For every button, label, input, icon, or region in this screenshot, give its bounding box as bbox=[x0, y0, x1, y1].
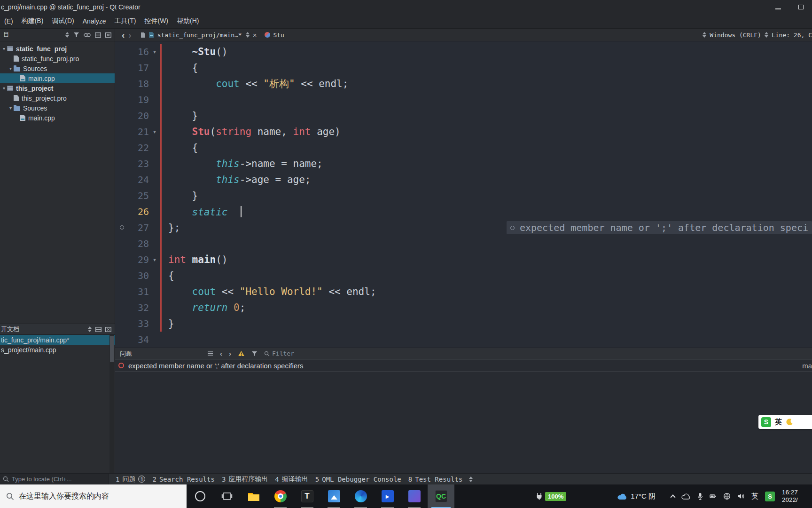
qt-creator-taskbar-icon[interactable]: QC bbox=[428, 484, 454, 508]
code-editor[interactable]: 16▾ ~Stu()17 {18 cout << "析构" << endl;19… bbox=[115, 41, 812, 348]
output-pane-button-2[interactable]: 2Search Results bbox=[152, 476, 214, 483]
back-icon[interactable]: ‹ bbox=[122, 31, 125, 40]
code-line-18[interactable]: 18 cout << "析构" << endl; bbox=[115, 76, 812, 92]
edge-icon[interactable] bbox=[347, 484, 374, 508]
power-tray-icon[interactable] bbox=[710, 493, 717, 500]
chrome-icon[interactable] bbox=[267, 484, 294, 508]
next-issue-icon[interactable]: › bbox=[229, 350, 231, 357]
document-dropdown-icon[interactable] bbox=[246, 32, 250, 38]
close-document-icon[interactable]: × bbox=[253, 31, 257, 39]
gutter[interactable]: 23 bbox=[115, 156, 160, 172]
expand-arrow-icon[interactable]: ▾ bbox=[8, 66, 14, 71]
code-line-32[interactable]: 32 return 0; bbox=[115, 300, 812, 316]
expand-arrow-icon[interactable]: ▾ bbox=[1, 46, 7, 51]
code-line-28[interactable]: 28 bbox=[115, 236, 812, 252]
menu-item-5[interactable]: 控件(W) bbox=[140, 14, 172, 28]
tree-item-static_func_proj.pro[interactable]: static_func_proj.pro bbox=[0, 54, 115, 64]
microphone-icon[interactable] bbox=[697, 492, 703, 500]
cursor-dropdown-icon[interactable] bbox=[765, 32, 768, 38]
expand-arrow-icon[interactable]: ▾ bbox=[1, 86, 7, 91]
code-line-31[interactable]: 31 cout << "Hello World!" << endl; bbox=[115, 284, 812, 300]
hidden-icons-chevron[interactable] bbox=[671, 493, 675, 499]
t-app-icon[interactable]: T bbox=[294, 484, 320, 508]
code-line-19[interactable]: 19 bbox=[115, 92, 812, 108]
gutter[interactable]: 19 bbox=[115, 92, 160, 108]
scrollbar[interactable] bbox=[109, 335, 114, 473]
output-pane-button-4[interactable]: 4编译输出 bbox=[275, 475, 308, 484]
open-file-tab[interactable]: static_func_proj/main…* bbox=[157, 32, 242, 39]
gutter[interactable]: 34 bbox=[115, 332, 160, 348]
code-line-33[interactable]: 33} bbox=[115, 316, 812, 332]
maximize-button[interactable] bbox=[789, 0, 812, 14]
gutter[interactable]: 27 bbox=[115, 220, 160, 236]
code-line-26[interactable]: 26 static bbox=[115, 204, 812, 220]
menu-item-0[interactable]: (E) bbox=[0, 14, 17, 28]
split-pane-icon[interactable] bbox=[95, 32, 101, 38]
sogou-logo-icon[interactable]: S bbox=[761, 417, 771, 427]
gutter[interactable]: 16▾ bbox=[115, 44, 160, 60]
code-line-16[interactable]: 16▾ ~Stu() bbox=[115, 44, 812, 60]
gutter[interactable]: 28 bbox=[115, 236, 160, 252]
tree-item-main.cpp[interactable]: main.cpp bbox=[0, 113, 115, 123]
code-line-25[interactable]: 25 } bbox=[115, 188, 812, 204]
vs-app-icon[interactable] bbox=[401, 484, 428, 508]
code-line-21[interactable]: 21▾ Stu(string name, int age) bbox=[115, 124, 812, 140]
warning-filter-icon[interactable] bbox=[238, 350, 245, 357]
clock[interactable]: 16:27 2022/ bbox=[782, 489, 812, 504]
gutter[interactable]: 18 bbox=[115, 76, 160, 92]
sogou-tray-icon[interactable]: S bbox=[765, 492, 775, 501]
menu-item-4[interactable]: 工具(T) bbox=[110, 14, 141, 28]
menu-item-6[interactable]: 帮助(H) bbox=[172, 14, 203, 28]
minimize-button[interactable] bbox=[767, 0, 789, 14]
gutter[interactable]: 33 bbox=[115, 316, 160, 332]
expand-arrow-icon[interactable]: ▾ bbox=[8, 105, 14, 111]
code-line-20[interactable]: 20 } bbox=[115, 108, 812, 124]
output-pane-button-5[interactable]: 5QML Debugger Console bbox=[315, 476, 401, 483]
tree-item-Sources[interactable]: ▾Sources bbox=[0, 64, 115, 73]
onedrive-icon[interactable] bbox=[681, 493, 691, 500]
locator-field[interactable]: Type to locate (Ctrl+... bbox=[0, 474, 109, 484]
code-line-30[interactable]: 30{ bbox=[115, 268, 812, 284]
output-pane-button-1[interactable]: 1问题1 bbox=[116, 475, 145, 484]
encoding-dropdown-icon[interactable] bbox=[703, 32, 706, 38]
gutter[interactable]: 17 bbox=[115, 60, 160, 76]
previous-issue-icon[interactable]: ‹ bbox=[220, 350, 222, 357]
panes-dropdown-icon[interactable] bbox=[469, 476, 473, 482]
code-line-23[interactable]: 23 this->name = name; bbox=[115, 156, 812, 172]
docs-pane-selector-icon[interactable] bbox=[88, 326, 92, 332]
gutter[interactable]: 31 bbox=[115, 284, 160, 300]
menu-item-1[interactable]: 构建(B) bbox=[17, 14, 48, 28]
cortana-icon[interactable] bbox=[187, 484, 213, 508]
code-line-17[interactable]: 17 { bbox=[115, 60, 812, 76]
close-pane-icon[interactable] bbox=[105, 32, 111, 38]
gutter[interactable]: 32 bbox=[115, 300, 160, 316]
gutter[interactable]: 26 bbox=[115, 204, 160, 220]
gutter[interactable]: 29▾ bbox=[115, 252, 160, 268]
docs-close-icon[interactable] bbox=[105, 327, 111, 332]
line-ending-indicator[interactable]: Windows (CRLF) bbox=[710, 32, 761, 39]
volume-icon[interactable] bbox=[737, 493, 745, 500]
input-language-indicator[interactable]: 英 bbox=[751, 492, 758, 501]
gutter[interactable]: 20 bbox=[115, 108, 160, 124]
ime-language-mode[interactable]: 英 bbox=[775, 418, 782, 427]
symbol-selector[interactable]: Stu bbox=[273, 32, 284, 39]
fold-marker-icon[interactable]: ▾ bbox=[149, 129, 160, 135]
link-with-editor-icon[interactable] bbox=[84, 33, 91, 37]
network-icon[interactable] bbox=[723, 492, 731, 500]
pane-selector-icon[interactable] bbox=[65, 32, 69, 38]
output-pane-button-8[interactable]: 8Test Results bbox=[408, 476, 463, 483]
gutter[interactable]: 25 bbox=[115, 188, 160, 204]
gutter[interactable]: 22 bbox=[115, 140, 160, 156]
tree-item-main.cpp[interactable]: main.cpp bbox=[0, 73, 115, 83]
code-line-29[interactable]: 29▾int main() bbox=[115, 252, 812, 268]
docs-split-icon[interactable] bbox=[95, 327, 102, 332]
gutter[interactable]: 24 bbox=[115, 172, 160, 188]
menu-item-2[interactable]: 调试(D) bbox=[47, 14, 78, 28]
battery-status[interactable]: 100% bbox=[536, 492, 566, 501]
code-line-27[interactable]: 27};expected member name or ';' after de… bbox=[115, 220, 812, 236]
issues-filter-icon[interactable] bbox=[251, 351, 258, 357]
night-mode-icon[interactable] bbox=[786, 418, 793, 426]
tree-item-this_project[interactable]: ▾this_project bbox=[0, 83, 115, 93]
code-line-24[interactable]: 24 this->age = age; bbox=[115, 172, 812, 188]
fold-marker-icon[interactable]: ▾ bbox=[149, 257, 160, 263]
